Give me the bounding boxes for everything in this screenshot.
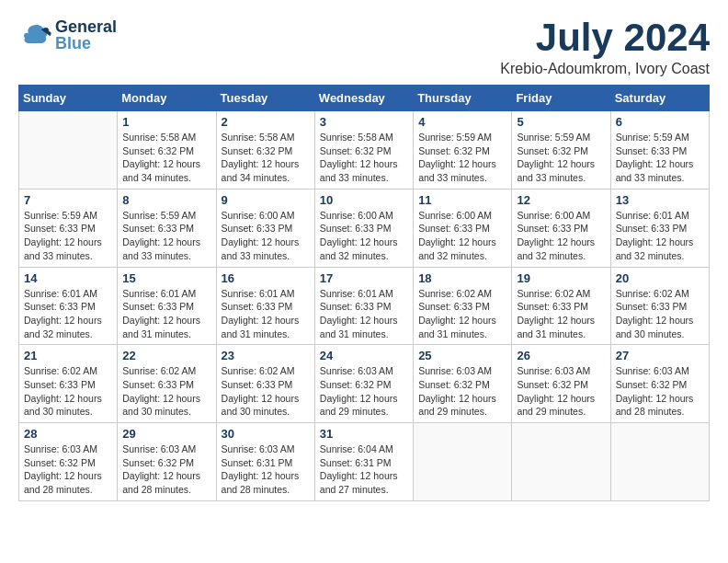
- calendar-table: SundayMondayTuesdayWednesdayThursdayFrid…: [18, 85, 710, 501]
- calendar-day-cell: [512, 423, 610, 501]
- day-info: Sunrise: 5:58 AM Sunset: 6:32 PM Dayligh…: [122, 131, 210, 185]
- calendar-week-row: 21Sunrise: 6:02 AM Sunset: 6:33 PM Dayli…: [19, 345, 710, 423]
- day-number: 16: [222, 271, 310, 285]
- day-info: Sunrise: 6:03 AM Sunset: 6:32 PM Dayligh…: [616, 364, 704, 419]
- day-number: 3: [320, 115, 408, 129]
- day-info: Sunrise: 6:01 AM Sunset: 6:33 PM Dayligh…: [616, 209, 704, 263]
- day-info: Sunrise: 6:02 AM Sunset: 6:33 PM Dayligh…: [517, 287, 605, 341]
- day-number: 7: [24, 193, 112, 207]
- day-header-saturday: Saturday: [610, 86, 709, 111]
- logo: General Blue: [18, 18, 117, 52]
- day-number: 15: [122, 271, 210, 285]
- calendar-day-cell: 20Sunrise: 6:02 AM Sunset: 6:33 PM Dayli…: [610, 267, 709, 345]
- day-number: 14: [24, 271, 112, 285]
- calendar-day-cell: 22Sunrise: 6:02 AM Sunset: 6:33 PM Dayli…: [118, 345, 216, 423]
- calendar-day-cell: 7Sunrise: 5:59 AM Sunset: 6:33 PM Daylig…: [19, 189, 118, 267]
- day-number: 22: [122, 349, 210, 362]
- day-info: Sunrise: 6:03 AM Sunset: 6:32 PM Dayligh…: [24, 442, 112, 497]
- month-title: July 2024: [500, 18, 710, 57]
- calendar-day-cell: 16Sunrise: 6:01 AM Sunset: 6:33 PM Dayli…: [216, 267, 314, 345]
- day-number: 26: [517, 349, 605, 362]
- day-number: 25: [418, 349, 506, 362]
- day-info: Sunrise: 6:02 AM Sunset: 6:33 PM Dayligh…: [122, 364, 210, 419]
- calendar-day-cell: 13Sunrise: 6:01 AM Sunset: 6:33 PM Dayli…: [610, 189, 709, 267]
- day-number: 13: [616, 193, 704, 207]
- calendar-day-cell: 3Sunrise: 5:58 AM Sunset: 6:32 PM Daylig…: [314, 111, 413, 190]
- calendar-week-row: 14Sunrise: 6:01 AM Sunset: 6:33 PM Dayli…: [19, 267, 710, 345]
- title-section: July 2024 Krebio-Adoumkrom, Ivory Coast: [500, 18, 710, 77]
- calendar-day-cell: 31Sunrise: 6:04 AM Sunset: 6:31 PM Dayli…: [314, 423, 413, 501]
- calendar-week-row: 28Sunrise: 6:03 AM Sunset: 6:32 PM Dayli…: [19, 423, 710, 501]
- calendar-week-row: 1Sunrise: 5:58 AM Sunset: 6:32 PM Daylig…: [19, 111, 710, 190]
- calendar-day-cell: [19, 111, 118, 190]
- calendar-day-cell: 11Sunrise: 6:00 AM Sunset: 6:33 PM Dayli…: [414, 189, 512, 267]
- calendar-day-cell: 10Sunrise: 6:00 AM Sunset: 6:33 PM Dayli…: [314, 189, 413, 267]
- day-number: 2: [222, 115, 310, 129]
- day-info: Sunrise: 6:01 AM Sunset: 6:33 PM Dayligh…: [222, 287, 310, 341]
- calendar-day-cell: 29Sunrise: 6:03 AM Sunset: 6:32 PM Dayli…: [118, 423, 216, 501]
- calendar-day-cell: 25Sunrise: 6:03 AM Sunset: 6:32 PM Dayli…: [414, 345, 512, 423]
- calendar-day-cell: 17Sunrise: 6:01 AM Sunset: 6:33 PM Dayli…: [314, 267, 413, 345]
- day-header-thursday: Thursday: [414, 86, 512, 111]
- day-number: 28: [24, 427, 112, 441]
- calendar-day-cell: 15Sunrise: 6:01 AM Sunset: 6:33 PM Dayli…: [118, 267, 216, 345]
- day-number: 29: [122, 427, 210, 441]
- day-number: 18: [418, 271, 506, 285]
- day-info: Sunrise: 5:59 AM Sunset: 6:32 PM Dayligh…: [517, 131, 605, 185]
- day-info: Sunrise: 6:03 AM Sunset: 6:31 PM Dayligh…: [222, 442, 310, 497]
- day-number: 10: [320, 193, 408, 207]
- calendar-day-cell: 12Sunrise: 6:00 AM Sunset: 6:33 PM Dayli…: [512, 189, 610, 267]
- day-number: 4: [418, 115, 506, 129]
- day-info: Sunrise: 5:59 AM Sunset: 6:33 PM Dayligh…: [616, 131, 704, 185]
- day-info: Sunrise: 6:02 AM Sunset: 6:33 PM Dayligh…: [418, 287, 506, 341]
- day-number: 8: [122, 193, 210, 207]
- day-info: Sunrise: 6:02 AM Sunset: 6:33 PM Dayligh…: [616, 287, 704, 341]
- calendar-day-cell: 24Sunrise: 6:03 AM Sunset: 6:32 PM Dayli…: [314, 345, 413, 423]
- day-header-monday: Monday: [118, 86, 216, 111]
- day-number: 30: [222, 427, 310, 441]
- calendar-day-cell: 27Sunrise: 6:03 AM Sunset: 6:32 PM Dayli…: [610, 345, 709, 423]
- day-header-sunday: Sunday: [19, 86, 118, 111]
- day-info: Sunrise: 6:04 AM Sunset: 6:31 PM Dayligh…: [320, 442, 408, 497]
- logo-general-text: General: [55, 18, 117, 35]
- day-number: 23: [222, 349, 310, 362]
- calendar-day-cell: 28Sunrise: 6:03 AM Sunset: 6:32 PM Dayli…: [19, 423, 118, 501]
- day-number: 19: [517, 271, 605, 285]
- calendar-day-cell: 23Sunrise: 6:02 AM Sunset: 6:33 PM Dayli…: [216, 345, 314, 423]
- calendar-day-cell: 26Sunrise: 6:03 AM Sunset: 6:32 PM Dayli…: [512, 345, 610, 423]
- day-number: 11: [418, 193, 506, 207]
- day-number: 5: [517, 115, 605, 129]
- day-info: Sunrise: 6:01 AM Sunset: 6:33 PM Dayligh…: [320, 287, 408, 341]
- calendar-day-cell: 2Sunrise: 5:58 AM Sunset: 6:32 PM Daylig…: [216, 111, 314, 190]
- day-info: Sunrise: 6:01 AM Sunset: 6:33 PM Dayligh…: [24, 287, 112, 341]
- calendar-day-cell: 5Sunrise: 5:59 AM Sunset: 6:32 PM Daylig…: [512, 111, 610, 190]
- calendar-day-cell: 9Sunrise: 6:00 AM Sunset: 6:33 PM Daylig…: [216, 189, 314, 267]
- calendar-day-cell: 18Sunrise: 6:02 AM Sunset: 6:33 PM Dayli…: [414, 267, 512, 345]
- calendar-day-cell: 30Sunrise: 6:03 AM Sunset: 6:31 PM Dayli…: [216, 423, 314, 501]
- day-info: Sunrise: 5:58 AM Sunset: 6:32 PM Dayligh…: [320, 131, 408, 185]
- day-info: Sunrise: 6:00 AM Sunset: 6:33 PM Dayligh…: [517, 209, 605, 263]
- day-info: Sunrise: 6:03 AM Sunset: 6:32 PM Dayligh…: [320, 364, 408, 419]
- day-info: Sunrise: 6:01 AM Sunset: 6:33 PM Dayligh…: [122, 287, 210, 341]
- day-info: Sunrise: 6:00 AM Sunset: 6:33 PM Dayligh…: [320, 209, 408, 263]
- day-info: Sunrise: 6:03 AM Sunset: 6:32 PM Dayligh…: [517, 364, 605, 419]
- calendar-day-cell: 8Sunrise: 5:59 AM Sunset: 6:33 PM Daylig…: [118, 189, 216, 267]
- day-info: Sunrise: 6:00 AM Sunset: 6:33 PM Dayligh…: [222, 209, 310, 263]
- calendar-header-row: SundayMondayTuesdayWednesdayThursdayFrid…: [19, 86, 710, 111]
- calendar-day-cell: 1Sunrise: 5:58 AM Sunset: 6:32 PM Daylig…: [118, 111, 216, 190]
- day-number: 6: [616, 115, 704, 129]
- location-text: Krebio-Adoumkrom, Ivory Coast: [500, 61, 710, 77]
- calendar-week-row: 7Sunrise: 5:59 AM Sunset: 6:33 PM Daylig…: [19, 189, 710, 267]
- day-number: 31: [320, 427, 408, 441]
- calendar-day-cell: 19Sunrise: 6:02 AM Sunset: 6:33 PM Dayli…: [512, 267, 610, 345]
- logo-name: General Blue: [55, 18, 117, 52]
- day-header-wednesday: Wednesday: [314, 86, 413, 111]
- calendar-day-cell: [610, 423, 709, 501]
- logo-icon: [18, 18, 51, 52]
- calendar-day-cell: 21Sunrise: 6:02 AM Sunset: 6:33 PM Dayli…: [19, 345, 118, 423]
- logo-blue-text: Blue: [55, 35, 117, 52]
- day-number: 27: [616, 349, 704, 362]
- day-header-tuesday: Tuesday: [216, 86, 314, 111]
- calendar-day-cell: 14Sunrise: 6:01 AM Sunset: 6:33 PM Dayli…: [19, 267, 118, 345]
- day-info: Sunrise: 6:02 AM Sunset: 6:33 PM Dayligh…: [24, 364, 112, 419]
